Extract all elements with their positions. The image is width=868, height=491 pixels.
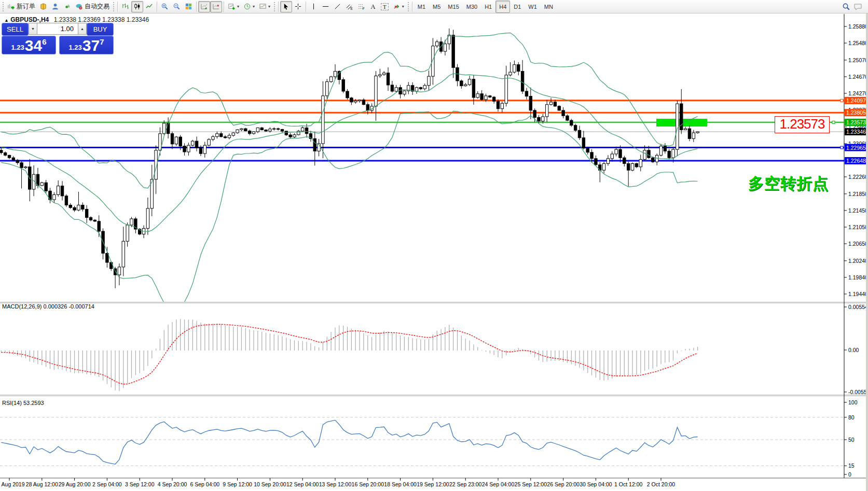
line-chart-mode-button[interactable] <box>143 1 155 12</box>
timeframe-D1[interactable]: D1 <box>510 1 525 13</box>
dropdown-arrow-icon: ▾ <box>268 4 270 9</box>
autotrading-button[interactable]: 自动交易 <box>73 1 112 12</box>
mt4-window: 新订单 自动交易 <box>0 0 868 491</box>
sell-price-tile[interactable]: 1.23 34 6 <box>2 36 56 54</box>
periods-button[interactable]: ▾ <box>241 1 257 12</box>
signals-button[interactable] <box>49 1 61 12</box>
crosshair-tool-button[interactable] <box>292 1 304 12</box>
toolbar-grip[interactable] <box>407 2 409 12</box>
svg-text:30 Sep 04:00: 30 Sep 04:00 <box>580 481 612 487</box>
timeframe-H4[interactable]: H4 <box>495 1 510 13</box>
sell-price-big: 34 <box>25 38 42 53</box>
dropdown-arrow-icon: ▾ <box>253 4 255 9</box>
volume-input[interactable] <box>37 23 78 35</box>
timeframe-M5[interactable]: M5 <box>429 1 444 13</box>
svg-text:E: E <box>350 7 353 10</box>
sell-price-small: 1.23 <box>11 44 24 51</box>
one-click-trading-panel: SELL ▼ ▲ BUY 1.23 34 6 1.23 37 7 <box>2 23 114 55</box>
svg-text:-0.005583: -0.005583 <box>848 389 868 395</box>
svg-text:9 Sep 12:00: 9 Sep 12:00 <box>223 481 252 487</box>
autoscroll-button[interactable] <box>198 1 210 12</box>
timeframe-M1[interactable]: M1 <box>414 1 429 13</box>
candlestick-mode-button[interactable] <box>131 1 143 12</box>
broadcast-button[interactable] <box>61 1 73 12</box>
dropdown-arrow-icon: ▾ <box>402 4 404 9</box>
svg-text:1.24097: 1.24097 <box>846 97 866 104</box>
text-label-tool-button[interactable]: T <box>379 1 391 12</box>
vertical-line-tool-button[interactable] <box>308 1 320 12</box>
svg-text:1.23346: 1.23346 <box>846 129 866 135</box>
timeframe-H1[interactable]: H1 <box>481 1 495 13</box>
new-chart-button[interactable]: ▾ <box>226 1 241 12</box>
signals-person-icon <box>51 3 59 10</box>
fibonacci-tool-button[interactable]: F <box>355 1 367 12</box>
svg-text:1.23805: 1.23805 <box>846 109 866 116</box>
toolbar-grip[interactable] <box>2 2 4 12</box>
line-chart-icon <box>145 3 153 10</box>
new-order-label: 新订单 <box>17 2 35 11</box>
new-order-button[interactable]: 新订单 <box>5 1 37 12</box>
svg-text:1.25880: 1.25880 <box>848 23 868 30</box>
svg-text:0: 0 <box>848 471 851 478</box>
toolbar-grip[interactable] <box>273 2 275 12</box>
horizontal-line-icon <box>322 3 329 10</box>
svg-text:29 Aug 20:00: 29 Aug 20:00 <box>59 481 91 487</box>
zoom-out-icon <box>173 3 181 10</box>
svg-text:19 Sep 12:00: 19 Sep 12:00 <box>417 481 449 487</box>
toolbar-grip[interactable] <box>113 2 115 12</box>
svg-text:13 Sep 12:00: 13 Sep 12:00 <box>319 481 352 487</box>
timeframe-M15[interactable]: M15 <box>444 1 462 13</box>
zoom-in-button[interactable] <box>159 1 171 12</box>
symbol-period: GBPUSD-,H4 <box>10 16 49 23</box>
toolbar-separator <box>306 2 306 12</box>
svg-text:1.22965: 1.22965 <box>846 145 866 151</box>
market-button[interactable] <box>37 1 49 12</box>
timeframe-M30[interactable]: M30 <box>463 1 481 13</box>
ohlc-values: 1.23338 1.23369 1.23338 1.23346 <box>54 16 149 23</box>
volume-increase-button[interactable]: ▲ <box>78 23 87 35</box>
svg-text:24 Sep 04:00: 24 Sep 04:00 <box>482 481 515 487</box>
buy-price-big: 37 <box>82 38 100 53</box>
svg-text:1.24670: 1.24670 <box>848 74 868 80</box>
arrows-tool-button[interactable]: ▾ <box>391 1 406 12</box>
clock-icon <box>243 3 251 10</box>
search-icon[interactable] <box>842 3 850 11</box>
chart-canvas[interactable]: 1.258801.254801.250701.246701.242701.238… <box>0 14 868 491</box>
text-tool-icon: A <box>370 3 375 11</box>
dropdown-arrow-icon: ▾ <box>237 4 239 9</box>
svg-text:28 Aug 12:00: 28 Aug 12:00 <box>26 481 58 487</box>
timeframe-W1[interactable]: W1 <box>525 1 541 13</box>
horizontal-line-tool-button[interactable] <box>320 1 332 12</box>
zoom-out-button[interactable] <box>171 1 183 12</box>
text-tool-button[interactable]: A <box>367 1 379 12</box>
annotation-text[interactable]: 多空转折点 <box>748 173 829 194</box>
chart-shift-icon <box>212 3 220 10</box>
chat-icon[interactable] <box>853 3 863 11</box>
svg-text:6 Sep 04:00: 6 Sep 04:00 <box>190 481 219 487</box>
svg-text:1.21050: 1.21050 <box>848 224 868 230</box>
svg-text:1.22648: 1.22648 <box>846 158 866 164</box>
svg-text:1.24270: 1.24270 <box>848 90 868 96</box>
buy-price-tile[interactable]: 1.23 37 7 <box>59 36 114 54</box>
toolbar: 新订单 自动交易 <box>0 0 868 13</box>
cursor-tool-button[interactable] <box>280 1 292 12</box>
templates-button[interactable]: ▾ <box>257 1 272 12</box>
bar-chart-icon <box>121 3 129 10</box>
svg-text:F: F <box>363 7 365 10</box>
trendline-tool-button[interactable] <box>332 1 343 12</box>
svg-text:1.20240: 1.20240 <box>848 258 868 264</box>
chart-shift-button[interactable] <box>210 1 222 12</box>
channel-tool-button[interactable]: E <box>343 1 355 12</box>
buy-button[interactable]: BUY <box>87 23 114 36</box>
svg-text:1.21450: 1.21450 <box>848 207 868 214</box>
timeframe-MN[interactable]: MN <box>541 1 557 13</box>
collapse-arrow-icon[interactable]: ▲ <box>4 18 9 23</box>
svg-text:1.19440: 1.19440 <box>848 291 868 297</box>
price-callout-label[interactable]: 1.23573 <box>775 116 830 133</box>
sell-button[interactable]: SELL <box>2 23 29 36</box>
fibonacci-icon: F <box>357 3 365 10</box>
volume-decrease-button[interactable]: ▼ <box>29 23 37 35</box>
tile-windows-button[interactable] <box>183 1 195 12</box>
bar-chart-mode-button[interactable] <box>119 1 131 12</box>
template-chart-icon <box>259 3 267 10</box>
